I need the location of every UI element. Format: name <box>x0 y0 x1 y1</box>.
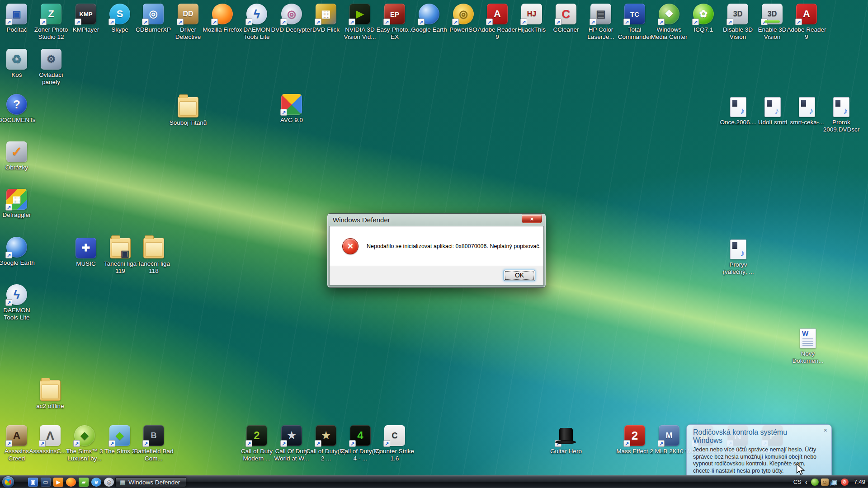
desktop-icon-assasins-creed[interactable]: A ↗ Assasins Creed <box>0 425 33 462</box>
desktop-icon-glyph: ✓ <box>11 145 22 159</box>
desktop-icon-cod4[interactable]: 4 ↗ Call of Duty(R) 4 - ... <box>344 425 377 462</box>
quick-launch-icon-firefox[interactable] <box>66 478 76 487</box>
desktop-icon-mozilla-firefox[interactable]: ↗ Mozilla Firefox <box>206 4 239 33</box>
tray-icon-media-center[interactable] <box>811 479 819 486</box>
desktop-icon-glyph: 2 <box>254 430 259 441</box>
desktop-icon-image: ✚ <box>75 238 96 258</box>
start-button[interactable] <box>2 476 14 488</box>
shortcut-arrow-icon: ↗ <box>211 19 218 25</box>
desktop-icon-kmplayer[interactable]: KMP ↗ KMPlayer <box>69 4 103 33</box>
desktop-icon-proryv[interactable]: ♪ Proryv (válečný, ... <box>722 239 755 276</box>
dialog-title[interactable]: Windows Defender <box>333 216 390 224</box>
quick-launch-icon-show-desktop[interactable]: ▭ <box>41 478 51 487</box>
desktop-icon-label: Proryv (válečný, ... <box>717 261 760 276</box>
tray-expand-chevron-icon[interactable]: ‹ <box>805 480 807 484</box>
ok-button[interactable]: OK <box>504 270 535 281</box>
language-indicator[interactable]: CS <box>793 479 802 485</box>
desktop-icon-documents[interactable]: ? DOCUMENTs <box>0 94 33 124</box>
tray-icon-volume-muted[interactable]: ⊘ <box>841 479 849 486</box>
tray-icon-parental-controls[interactable]: ☺ <box>821 479 829 486</box>
dialog-close-button[interactable]: × <box>522 215 542 223</box>
desktop-icon-kos[interactable]: ♻ Koš <box>0 49 33 79</box>
desktop-icon-ovladaci-panely[interactable]: ⚙ Ovládací panely <box>34 49 68 86</box>
desktop-icon-image: W <box>800 328 816 348</box>
desktop-icon-souboj-titanu[interactable]: Souboj Titánů <box>171 97 205 127</box>
desktop-icon-image: HJ ↗ <box>521 4 542 24</box>
desktop-icon-smrt-ceka[interactable]: ♪ smrt-ceka-... <box>790 97 824 126</box>
taskbar-button-windows-defender[interactable]: ▦ Windows Defender <box>115 477 186 487</box>
desktop-icon-mlb-2k10[interactable]: M ↗ MLB 2K10 <box>652 425 686 455</box>
parental-controls-balloon[interactable]: × Rodičovská kontrola systému Windows Je… <box>686 424 832 479</box>
shortcut-arrow-icon: ↗ <box>5 299 12 306</box>
desktop-icon-ccleaner[interactable]: C ↗ CCleaner <box>549 4 583 33</box>
desktop-icon-music[interactable]: ✚ MUSIC <box>69 238 103 267</box>
desktop-icon-image: ▣ ↗ <box>6 4 27 24</box>
desktop-icon-easy-photo-ex[interactable]: EP ↗ Easy-Photo... EX <box>378 4 411 41</box>
desktop-icon-windows-media-center[interactable]: ❖ ↗ Windows Media Center <box>652 4 686 41</box>
desktop-icon-enable-3d-vision[interactable]: 3D ↗ Enable 3D Vision <box>755 4 789 41</box>
desktop-icon-udoli-smrti[interactable]: ♪ Udolí smrti <box>756 97 789 126</box>
desktop-icon-glyph: KMP <box>80 11 93 17</box>
desktop-icon-pocitac[interactable]: ▣ ↗ Počítač <box>0 4 33 33</box>
desktop-icon-guitar-hero[interactable]: ↗ Guitar Hero <box>549 425 583 455</box>
desktop-icon-cod2[interactable]: ★ ↗ Call of Duty(R) 2 ... <box>309 425 343 462</box>
desktop-icon-avg-90[interactable]: ↗ AVG 9.0 <box>275 94 308 124</box>
desktop-icon-tanecni-liga-118[interactable]: Taneční liga 118 <box>137 238 170 275</box>
desktop-icon-ac2-offline[interactable]: ac2 offline <box>33 380 67 410</box>
clock[interactable]: 7:49 <box>854 479 865 485</box>
desktop-icon-label: DOCUMENTs <box>0 117 38 124</box>
desktop-icon-disable-3d-vision[interactable]: 3D ↗ Disable 3D Vision <box>721 4 755 41</box>
quick-launch-icon-switch-windows[interactable]: ▣ <box>28 478 38 487</box>
desktop-icon-adobe-reader-9a[interactable]: A ↗ Adobe Reader 9 <box>481 4 514 41</box>
desktop-icon-battlefield-bc[interactable]: B ↗ Battlefield Bad Com... <box>137 425 170 462</box>
desktop-icon-zoner-photo-studio[interactable]: Z ↗ Zoner Photo Studio 12 <box>34 4 68 41</box>
desktop-icon-skype[interactable]: S ↗ Skype <box>103 4 137 33</box>
desktop-icon-cod-waw[interactable]: ★ ↗ Call Of Duty World at W... <box>275 425 308 462</box>
quick-launch-icon-zoner-viewer[interactable]: ▰ <box>79 478 89 487</box>
desktop-icon-dvd-decrypter[interactable]: ◎ ↗ DVD Decrypter <box>275 4 308 33</box>
desktop-icon-counter-strike-16[interactable]: C ↗ Counter Strike 1.6 <box>378 425 411 462</box>
desktop-icon-once-2006[interactable]: ♪ Once.2006.... <box>722 97 755 126</box>
desktop-icon-tanecni-liga-119[interactable]: ▣ Taneční liga 119 <box>104 238 137 275</box>
desktop-icon-hp-color-laserjet[interactable]: ▤ ↗ HP Color LaserJe... <box>584 4 618 41</box>
desktop-icon-label: Defraggler <box>0 211 38 219</box>
quick-launch-icon-cd-drive[interactable]: ◎ <box>104 478 114 487</box>
desktop-icon-glyph: ✿ <box>699 9 708 19</box>
desktop-icon-image: ♪ <box>764 97 781 117</box>
desktop-icon-cdburnerxp[interactable]: ◎ ↗ CDBurnerXP <box>137 4 170 33</box>
tray-icon-network[interactable]: ▣ <box>831 479 839 486</box>
balloon-close-icon[interactable]: × <box>824 427 827 433</box>
desktop-icon-icq71[interactable]: ✿ ↗ ICQ7.1 <box>687 4 720 33</box>
desktop-icon-glyph: C <box>392 432 398 440</box>
desktop-icon-hijackthis[interactable]: HJ ↗ HijackThis <box>515 4 548 33</box>
shortcut-arrow-icon: ↗ <box>349 19 355 25</box>
desktop-icon-assassins-creed-2[interactable]: Λ ↗ AssassinsC... II <box>33 425 67 455</box>
desktop-icon-obrazky[interactable]: ✓ Obrázky <box>0 141 33 171</box>
desktop-icon-adobe-reader-9b[interactable]: A ↗ Adobe Reader 9 <box>790 4 823 41</box>
desktop-icon-mass-effect-2[interactable]: 2 ↗ Mass Effect 2 <box>618 425 651 455</box>
quick-launch-icon-internet-explorer[interactable]: e <box>91 478 101 487</box>
desktop-icon-glyph: ◎ <box>287 9 296 19</box>
quick-launch-icon-windows-media-player[interactable]: ▶ <box>53 478 63 487</box>
desktop-icon-nvidia-3d-vision-video[interactable]: ▶ ↗ NVIDIA 3D Vision Vid... <box>343 4 377 41</box>
desktop-icon-driver-detective[interactable]: DD ↗ Driver Detective <box>171 4 205 41</box>
desktop-icon-defraggler[interactable]: ▦ ↗ Defraggler <box>0 189 33 219</box>
quick-launch-glyph: ▭ <box>43 479 48 485</box>
desktop-icon-image: ▦ ↗ <box>6 189 27 210</box>
desktop-icon-prorok-2009[interactable]: ♪ Prorok 2009.DVDscr <box>825 97 858 133</box>
desktop-icon-cod-modern[interactable]: 2 ↗ Call of Duty Modern ... <box>240 425 274 462</box>
desktop-icon-label: Adobe Reader 9 <box>785 26 828 41</box>
desktop-icon-sims3[interactable]: ◆ ↗ The Sims 3 <box>103 425 137 455</box>
desktop-icon-daemon-tools-lite[interactable]: ϟ ↗ DAEMON Tools Lite <box>240 4 274 41</box>
desktop-icon-poweriso[interactable]: ◎ ↗ PowerISO <box>447 4 480 33</box>
desktop-icon-total-commander[interactable]: TC ↗ Total Commander <box>618 4 651 41</box>
desktop-icon-novy-dokument[interactable]: W Nový Dokumen... <box>791 328 825 365</box>
desktop-icon-daemon-tools-left[interactable]: ϟ ↗ DAEMON Tools Lite <box>0 284 33 321</box>
desktop-icon-google-earth-left[interactable]: ↗ Google Earth <box>0 237 33 267</box>
desktop-icon-dvd-flick[interactable]: ▦ ↗ DVD Flick <box>309 4 343 33</box>
desktop-icon-google-earth-top[interactable]: ↗ Google Earth <box>412 4 446 33</box>
desktop-icon-image: ♪ <box>730 97 746 117</box>
desktop-icon-sims3-luxusni[interactable]: ◆ ↗ The Sims™ 3 Luxusní by... <box>68 425 101 462</box>
balloon-title: Rodičovská kontrola systému Windows <box>693 428 817 445</box>
shortcut-arrow-icon: ↗ <box>520 19 527 25</box>
